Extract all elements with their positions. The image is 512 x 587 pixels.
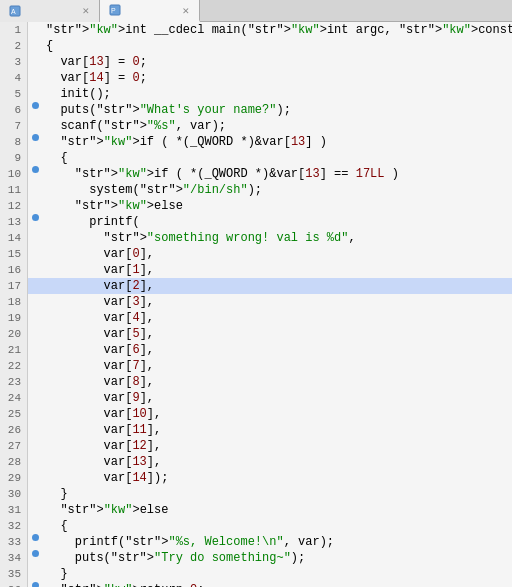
code-text: puts("str">"Try do something~"); — [42, 550, 512, 566]
tab-pseudocode[interactable]: P ✕ — [100, 0, 200, 22]
code-text: "str">"kw">if ( *(_QWORD *)&var[13] ) — [42, 134, 512, 150]
line-9: 9 { — [0, 150, 512, 166]
code-text: printf( — [42, 214, 512, 230]
code-text: system("str">"/bin/sh"); — [42, 182, 512, 198]
line-1: 1"str">"kw">int __cdecl main("str">"kw">… — [0, 22, 512, 38]
line-2: 2{ — [0, 38, 512, 54]
tab-ida-close[interactable]: ✕ — [80, 4, 91, 17]
code-text: var[14] = 0; — [42, 70, 512, 86]
code-text: var[5], — [42, 326, 512, 342]
code-text: puts("str">"What's your name?"); — [42, 102, 512, 118]
code-text: "str">"kw">else — [42, 502, 512, 518]
code-text: var[1], — [42, 262, 512, 278]
line-32: 32 { — [0, 518, 512, 534]
code-text: } — [42, 486, 512, 502]
breakpoint-col[interactable] — [28, 102, 42, 109]
code-text: { — [42, 150, 512, 166]
line-20: 20 var[5], — [0, 326, 512, 342]
line-number: 1 — [0, 22, 28, 38]
line-number: 29 — [0, 470, 28, 486]
code-text: { — [42, 518, 512, 534]
line-number: 35 — [0, 566, 28, 582]
line-number: 24 — [0, 390, 28, 406]
line-27: 27 var[12], — [0, 438, 512, 454]
line-25: 25 var[10], — [0, 406, 512, 422]
breakpoint-col[interactable] — [28, 166, 42, 173]
code-text: "str">"kw">return 0; — [42, 582, 512, 587]
tab-pseudocode-close[interactable]: ✕ — [180, 4, 191, 17]
line-number: 10 — [0, 166, 28, 182]
pseudo-icon: P — [108, 3, 122, 17]
line-17: 17 var[2], — [0, 278, 512, 294]
code-text: var[14]); — [42, 470, 512, 486]
code-text: var[11], — [42, 422, 512, 438]
line-34: 34 puts("str">"Try do something~"); — [0, 550, 512, 566]
line-30: 30 } — [0, 486, 512, 502]
code-area[interactable]: 1"str">"kw">int __cdecl main("str">"kw">… — [0, 22, 512, 587]
line-19: 19 var[4], — [0, 310, 512, 326]
line-18: 18 var[3], — [0, 294, 512, 310]
line-23: 23 var[8], — [0, 374, 512, 390]
line-number: 16 — [0, 262, 28, 278]
line-number: 13 — [0, 214, 28, 230]
line-31: 31 "str">"kw">else — [0, 502, 512, 518]
svg-text:P: P — [111, 7, 116, 14]
svg-text:A: A — [11, 8, 16, 15]
line-number: 22 — [0, 358, 28, 374]
line-number: 28 — [0, 454, 28, 470]
line-22: 22 var[7], — [0, 358, 512, 374]
breakpoint-dot — [32, 582, 39, 587]
line-number: 23 — [0, 374, 28, 390]
line-number: 34 — [0, 550, 28, 566]
code-text: scanf("str">"%s", var); — [42, 118, 512, 134]
breakpoint-col[interactable] — [28, 134, 42, 141]
breakpoint-dot — [32, 214, 39, 221]
line-number: 30 — [0, 486, 28, 502]
breakpoint-dot — [32, 102, 39, 109]
code-text: init(); — [42, 86, 512, 102]
breakpoint-col[interactable] — [28, 214, 42, 221]
line-number: 33 — [0, 534, 28, 550]
line-number: 12 — [0, 198, 28, 214]
line-6: 6 puts("str">"What's your name?"); — [0, 102, 512, 118]
line-number: 3 — [0, 54, 28, 70]
line-number: 36 — [0, 582, 28, 587]
line-number: 26 — [0, 422, 28, 438]
breakpoint-col[interactable] — [28, 550, 42, 557]
main-window: A ✕ P ✕ 1"str">"kw">int __cdecl main("st… — [0, 0, 512, 587]
code-text: "str">"kw">if ( *(_QWORD *)&var[13] == 1… — [42, 166, 512, 182]
code-text: var[13], — [42, 454, 512, 470]
line-29: 29 var[14]); — [0, 470, 512, 486]
code-text: var[9], — [42, 390, 512, 406]
code-text: "str">"kw">else — [42, 198, 512, 214]
line-7: 7 scanf("str">"%s", var); — [0, 118, 512, 134]
line-10: 10 "str">"kw">if ( *(_QWORD *)&var[13] =… — [0, 166, 512, 182]
line-14: 14 "str">"something wrong! val is %d", — [0, 230, 512, 246]
code-text: var[8], — [42, 374, 512, 390]
line-8: 8 "str">"kw">if ( *(_QWORD *)&var[13] ) — [0, 134, 512, 150]
line-number: 7 — [0, 118, 28, 134]
line-28: 28 var[13], — [0, 454, 512, 470]
code-text: var[7], — [42, 358, 512, 374]
code-text: var[6], — [42, 342, 512, 358]
tab-ida-view[interactable]: A ✕ — [0, 0, 100, 22]
line-number: 32 — [0, 518, 28, 534]
line-16: 16 var[1], — [0, 262, 512, 278]
breakpoint-col[interactable] — [28, 534, 42, 541]
line-number: 9 — [0, 150, 28, 166]
line-26: 26 var[11], — [0, 422, 512, 438]
breakpoint-dot — [32, 166, 39, 173]
line-15: 15 var[0], — [0, 246, 512, 262]
breakpoint-col[interactable] — [28, 582, 42, 587]
line-number: 21 — [0, 342, 28, 358]
code-text: var[10], — [42, 406, 512, 422]
line-35: 35 } — [0, 566, 512, 582]
tab-bar: A ✕ P ✕ — [0, 0, 512, 22]
line-5: 5 init(); — [0, 86, 512, 102]
code-text: } — [42, 566, 512, 582]
line-number: 15 — [0, 246, 28, 262]
code-text: var[4], — [42, 310, 512, 326]
line-number: 27 — [0, 438, 28, 454]
line-24: 24 var[9], — [0, 390, 512, 406]
code-text: var[0], — [42, 246, 512, 262]
